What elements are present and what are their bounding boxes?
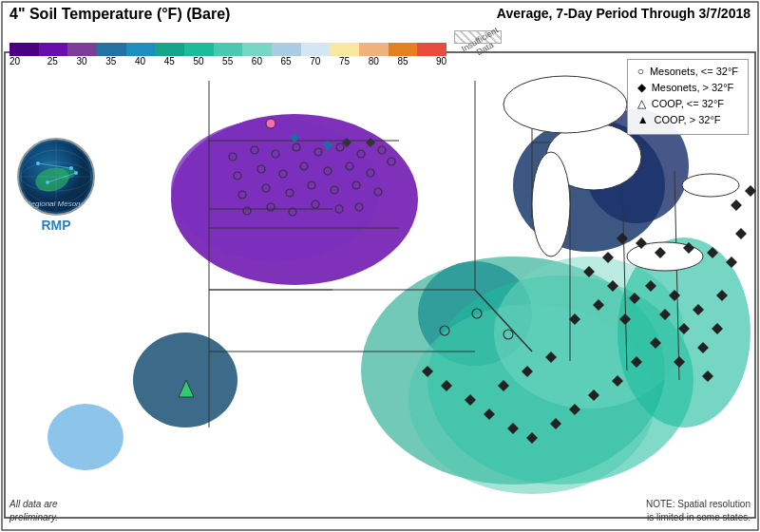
label-65: 65	[272, 56, 301, 66]
svg-point-113	[266, 119, 276, 128]
label-40: 40	[125, 56, 155, 66]
label-90: 90	[417, 56, 446, 66]
mesonet-filled-diamond-icon: ◆	[637, 81, 646, 94]
label-55: 55	[213, 56, 242, 66]
svg-point-7	[48, 404, 124, 470]
map-subtitle: Average, 7-Day Period Through 3/7/2018	[497, 6, 750, 21]
coop-filled-triangle-icon: ▲	[637, 113, 649, 126]
footer-right: NOTE: Spatial resolution is limited in s…	[646, 498, 750, 524]
legend-label-3: COOP, <= 32°F	[652, 98, 724, 109]
label-75: 75	[330, 56, 359, 66]
svg-point-127	[74, 171, 78, 175]
label-70: 70	[300, 56, 330, 66]
mesonet-open-circle-icon: ○	[637, 65, 644, 78]
label-25: 25	[38, 56, 67, 66]
legend-item-4: ▲ COOP, > 32°F	[637, 113, 738, 126]
legend-box: ○ Mesonets, <= 32°F ◆ Mesonets, > 32°F △…	[627, 59, 749, 135]
label-85: 85	[389, 56, 418, 66]
svg-point-126	[46, 180, 49, 184]
svg-text:Regional Mesonet: Regional Mesonet	[26, 200, 87, 208]
label-35: 35	[96, 56, 125, 66]
label-20: 20	[10, 56, 38, 66]
legend-item-1: ○ Mesonets, <= 32°F	[637, 65, 738, 78]
label-60: 60	[242, 56, 272, 66]
legend-item-2: ◆ Mesonets, > 32°F	[637, 81, 738, 94]
rmp-label: RMP	[17, 218, 95, 233]
svg-point-29	[532, 152, 570, 256]
footer-left: All data are preliminary.	[10, 498, 58, 524]
coop-open-triangle-icon: △	[637, 97, 646, 110]
legend-label-4: COOP, > 32°F	[655, 114, 721, 125]
legend-label-2: Mesonets, > 32°F	[652, 82, 734, 93]
label-80: 80	[359, 56, 389, 66]
svg-point-124	[36, 162, 40, 165]
rmp-logo: Regional Mesonet RMP	[17, 138, 95, 233]
svg-point-6	[133, 332, 238, 428]
svg-point-30	[504, 76, 627, 133]
legend-label-1: Mesonets, <= 32°F	[650, 66, 738, 77]
map-title: 4" Soil Temperature (°F) (Bare)	[10, 6, 230, 23]
map-container: 4" Soil Temperature (°F) (Bare) Average,…	[0, 0, 760, 532]
svg-point-125	[69, 166, 73, 170]
legend-item-3: △ COOP, <= 32°F	[637, 97, 738, 110]
label-45: 45	[155, 56, 184, 66]
svg-point-32	[682, 174, 739, 197]
label-50: 50	[184, 56, 214, 66]
label-30: 30	[67, 56, 97, 66]
